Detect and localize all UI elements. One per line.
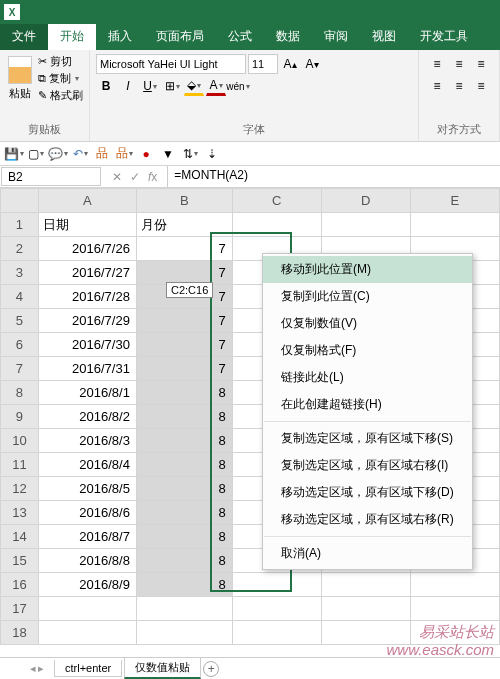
row-header[interactable]: 2	[1, 237, 39, 261]
italic-button[interactable]: I	[118, 76, 138, 96]
ctx-formats-only[interactable]: 仅复制格式(F)	[263, 337, 472, 364]
ctx-move-shift-down[interactable]: 移动选定区域，原有区域下移(D)	[263, 479, 472, 506]
row-header[interactable]: 16	[1, 573, 39, 597]
cell[interactable]: 2016/7/28	[38, 285, 136, 309]
add-sheet-button[interactable]: +	[203, 661, 219, 677]
ctx-cancel[interactable]: 取消(A)	[263, 540, 472, 567]
cell[interactable]: 2016/8/9	[38, 573, 136, 597]
record-icon[interactable]: ●	[138, 146, 154, 162]
cell[interactable]	[321, 213, 410, 237]
row-header[interactable]: 13	[1, 501, 39, 525]
cell[interactable]: 7	[136, 333, 232, 357]
cell[interactable]: 8	[136, 405, 232, 429]
tab-review[interactable]: 审阅	[312, 24, 360, 50]
cell[interactable]: 2016/7/27	[38, 261, 136, 285]
row-header[interactable]: 11	[1, 453, 39, 477]
col-header-b[interactable]: B	[136, 189, 232, 213]
sheet-nav-next-icon[interactable]: ▸	[38, 662, 44, 675]
filter-icon[interactable]: ▼	[160, 146, 176, 162]
cell[interactable]: 2016/7/26	[38, 237, 136, 261]
cell[interactable]	[38, 621, 136, 645]
cell[interactable]	[232, 597, 321, 621]
select-all-corner[interactable]	[1, 189, 39, 213]
cell[interactable]: 2016/7/29	[38, 309, 136, 333]
accept-formula-icon[interactable]: ✓	[130, 170, 140, 184]
cell[interactable]: 日期	[38, 213, 136, 237]
hier1-icon[interactable]: 品	[94, 146, 110, 162]
fill-color-button[interactable]: ⬙▾	[184, 76, 204, 96]
sheet-tab-1[interactable]: ctrl+enter	[54, 660, 122, 677]
undo-icon[interactable]: ↶▾	[72, 146, 88, 162]
underline-button[interactable]: U▾	[140, 76, 160, 96]
cell[interactable]: 7	[136, 261, 232, 285]
cell[interactable]	[410, 213, 499, 237]
cancel-formula-icon[interactable]: ✕	[112, 170, 122, 184]
cell[interactable]: 8	[136, 429, 232, 453]
ctx-copy-here[interactable]: 复制到此位置(C)	[263, 283, 472, 310]
row-header[interactable]: 3	[1, 261, 39, 285]
cell[interactable]: 2016/8/1	[38, 381, 136, 405]
col-header-d[interactable]: D	[321, 189, 410, 213]
cell[interactable]: 2016/7/31	[38, 357, 136, 381]
tab-view[interactable]: 视图	[360, 24, 408, 50]
col-header-a[interactable]: A	[38, 189, 136, 213]
cell[interactable]: 7	[136, 237, 232, 261]
increase-font-icon[interactable]: A▴	[280, 54, 300, 74]
cell[interactable]: 8	[136, 453, 232, 477]
row-header[interactable]: 9	[1, 405, 39, 429]
hier2-icon[interactable]: 品▾	[116, 146, 132, 162]
ctx-link-here[interactable]: 链接此处(L)	[263, 364, 472, 391]
ctx-copy-shift-right[interactable]: 复制选定区域，原有区域右移(I)	[263, 452, 472, 479]
tab-insert[interactable]: 插入	[96, 24, 144, 50]
row-header[interactable]: 5	[1, 309, 39, 333]
paste-button[interactable]: 粘贴	[6, 54, 34, 103]
col-header-e[interactable]: E	[410, 189, 499, 213]
name-box[interactable]	[1, 167, 101, 186]
copy-button[interactable]: ⧉复制▾	[38, 71, 83, 86]
tab-layout[interactable]: 页面布局	[144, 24, 216, 50]
cell[interactable]: 8	[136, 525, 232, 549]
sort-icon[interactable]: ⇅▾	[182, 146, 198, 162]
font-color-button[interactable]: A▾	[206, 76, 226, 96]
cell[interactable]: 2016/7/30	[38, 333, 136, 357]
new-icon[interactable]: ▢▾	[28, 146, 44, 162]
cell[interactable]	[321, 597, 410, 621]
phonetic-button[interactable]: wén▾	[228, 76, 248, 96]
cell[interactable]: 2016/8/8	[38, 549, 136, 573]
formula-bar[interactable]: =MONTH(A2)	[167, 166, 500, 187]
cell[interactable]: 2016/8/4	[38, 453, 136, 477]
border-button[interactable]: ⊞▾	[162, 76, 182, 96]
row-header[interactable]: 4	[1, 285, 39, 309]
cell[interactable]: 8	[136, 573, 232, 597]
font-family-select[interactable]	[96, 54, 246, 74]
cell[interactable]: 2016/8/2	[38, 405, 136, 429]
save-icon[interactable]: 💾▾	[6, 146, 22, 162]
cell[interactable]	[232, 573, 321, 597]
align-top-icon[interactable]: ≡	[427, 54, 447, 74]
ctx-move-here[interactable]: 移动到此位置(M)	[263, 256, 472, 283]
tab-home[interactable]: 开始	[48, 24, 96, 50]
align-center-icon[interactable]: ≡	[449, 76, 469, 96]
cell[interactable]: 2016/8/6	[38, 501, 136, 525]
align-bottom-icon[interactable]: ≡	[471, 54, 491, 74]
cell[interactable]: 月份	[136, 213, 232, 237]
cell[interactable]	[232, 621, 321, 645]
font-size-select[interactable]	[248, 54, 278, 74]
cell[interactable]	[410, 573, 499, 597]
tab-file[interactable]: 文件	[0, 24, 48, 50]
row-header[interactable]: 7	[1, 357, 39, 381]
row-header[interactable]: 12	[1, 477, 39, 501]
align-left-icon[interactable]: ≡	[427, 76, 447, 96]
row-header[interactable]: 8	[1, 381, 39, 405]
cell[interactable]: 2016/8/3	[38, 429, 136, 453]
bold-button[interactable]: B	[96, 76, 116, 96]
decrease-font-icon[interactable]: A▾	[302, 54, 322, 74]
fx-icon[interactable]: fx	[148, 170, 157, 184]
row-header[interactable]: 14	[1, 525, 39, 549]
cell[interactable]: 8	[136, 381, 232, 405]
tab-formulas[interactable]: 公式	[216, 24, 264, 50]
cell[interactable]	[38, 597, 136, 621]
cell[interactable]: 7	[136, 309, 232, 333]
cut-button[interactable]: ✂剪切	[38, 54, 83, 69]
more-icon[interactable]: ⇣	[204, 146, 220, 162]
